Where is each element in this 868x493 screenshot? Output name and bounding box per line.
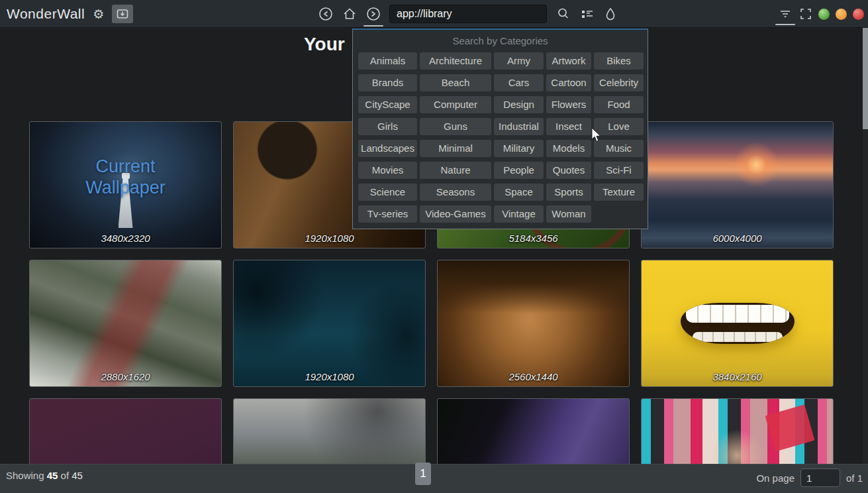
wallpaper-thumbnail[interactable]: 1920x1080 [233, 260, 426, 387]
category-button-people[interactable]: People [494, 162, 544, 179]
showing-count-text: Showing 45 of 45 [6, 470, 83, 481]
category-button-vintage[interactable]: Vintage [494, 205, 544, 223]
status-bar: Showing 45 of 45 1 On page of 1 [0, 464, 868, 493]
forward-icon [365, 6, 381, 22]
category-button-minimal[interactable]: Minimal [420, 140, 491, 157]
category-button-movies[interactable]: Movies [358, 162, 417, 179]
filter-button[interactable] [777, 7, 793, 21]
upper-teeth [686, 305, 789, 323]
wonderwall-window: WonderWall ⚙ [0, 0, 868, 493]
categories-button[interactable] [580, 7, 595, 21]
category-button-seasons[interactable]: Seasons [420, 184, 491, 201]
save-to-library-icon [117, 9, 128, 19]
category-button-food[interactable]: Food [594, 96, 644, 113]
category-button-artwork[interactable]: Artwork [546, 52, 591, 70]
water-drop-button[interactable] [604, 7, 617, 21]
category-button-animals[interactable]: Animals [358, 52, 417, 70]
maximize-window-button[interactable] [836, 9, 847, 20]
category-button-girls[interactable]: Girls [358, 118, 417, 135]
smile-graphic [681, 303, 795, 344]
search-button[interactable] [556, 7, 571, 21]
category-button-industrial[interactable]: Industrial [494, 118, 544, 135]
category-button-texture[interactable]: Texture [594, 184, 644, 201]
app-title: WonderWall [7, 6, 85, 22]
category-button-quotes[interactable]: Quotes [546, 162, 591, 179]
water-drop-icon [604, 7, 617, 21]
category-button-tvseries[interactable]: Tv-series [358, 205, 417, 223]
of-label: of [61, 470, 70, 481]
wallpaper-thumbnail[interactable]: 2560x1440 [437, 260, 630, 387]
category-button-cars[interactable]: Cars [494, 74, 544, 91]
resolution-label: 6000x4000 [642, 233, 833, 244]
library-button[interactable] [112, 5, 133, 23]
url-address-input[interactable] [389, 5, 547, 23]
category-button-guns[interactable]: Guns [420, 118, 491, 135]
resolution-label: 3840x2160 [642, 371, 833, 382]
category-button-beach[interactable]: Beach [420, 74, 491, 91]
top-bar: WonderWall ⚙ [0, 0, 868, 28]
forward-button[interactable] [365, 6, 381, 22]
page-1-button[interactable]: 1 [415, 463, 431, 485]
category-button-scifi[interactable]: Sci-Fi [594, 162, 644, 179]
wallpaper-thumbnail-current[interactable]: Current Wallpaper 3480x2320 [29, 121, 222, 248]
category-button-videogames[interactable]: Video-Games [420, 205, 491, 223]
topbar-right-group [777, 0, 864, 28]
scrollbar-thumb[interactable] [863, 28, 868, 129]
wallpaper-thumbnail[interactable]: 3840x2160 [641, 260, 834, 387]
category-button-nature[interactable]: Nature [420, 162, 491, 179]
category-button-military[interactable]: Military [494, 140, 544, 157]
category-list-icon [580, 7, 595, 21]
page-number-input[interactable] [800, 468, 840, 487]
current-wallpaper-label: Current Wallpaper [76, 156, 175, 199]
search-icon [556, 7, 571, 21]
close-window-button[interactable] [853, 9, 864, 20]
category-button-sports[interactable]: Sports [546, 184, 591, 201]
category-button-woman[interactable]: Woman [546, 205, 591, 223]
open-sign [765, 405, 814, 452]
category-button-bikes[interactable]: Bikes [594, 52, 644, 70]
category-button-celebrity[interactable]: Celebrity [594, 74, 644, 91]
lower-teeth [693, 332, 783, 342]
category-button-cartoon[interactable]: Cartoon [546, 74, 591, 91]
category-button-landscapes[interactable]: Landscapes [358, 140, 417, 157]
category-button-models[interactable]: Models [546, 140, 591, 157]
category-button-computer[interactable]: Computer [420, 96, 491, 113]
category-button-insect[interactable]: Insect [546, 118, 591, 135]
resolution-label: 2560x1440 [438, 371, 629, 382]
resolution-label: 1920x1080 [234, 371, 425, 382]
categories-panel-title: Search by Categories [358, 35, 642, 46]
showing-label: Showing [6, 470, 44, 481]
category-button-architecture[interactable]: Architecture [420, 52, 491, 70]
of-pages-label: of 1 [846, 472, 863, 484]
category-button-design[interactable]: Design [494, 96, 544, 113]
fullscreen-button[interactable] [799, 7, 812, 21]
back-button[interactable] [318, 6, 334, 22]
wallpaper-thumbnail[interactable]: 6000x4000 [641, 121, 834, 248]
back-icon [318, 6, 334, 22]
topbar-left-group: WonderWall ⚙ [7, 0, 133, 28]
category-button-army[interactable]: Army [494, 52, 544, 70]
main-content: Your Current Wallpaper 3480x2320 1920x10… [0, 28, 868, 493]
wallpaper-thumbnail[interactable]: 2880x1620 [29, 260, 222, 387]
category-button-cityscape[interactable]: CityScape [358, 96, 417, 113]
total-count: 45 [72, 470, 83, 481]
showing-count: 45 [47, 470, 58, 481]
category-button-space[interactable]: Space [494, 184, 544, 201]
home-button[interactable] [342, 6, 358, 22]
scrollbar-track[interactable] [863, 28, 868, 493]
topbar-center-group [318, 0, 617, 28]
home-icon [342, 6, 358, 22]
category-button-science[interactable]: Science [358, 184, 417, 201]
filter-icon [777, 7, 793, 21]
category-button-flowers[interactable]: Flowers [546, 96, 591, 113]
on-page-label: On page [756, 472, 795, 484]
mouse-cursor [591, 128, 602, 142]
settings-gear-icon[interactable]: ⚙ [93, 8, 104, 21]
search-by-categories-panel: Search by Categories Animals Architectur… [352, 28, 648, 229]
resolution-label: 2880x1620 [30, 371, 221, 382]
page-navigation: On page of 1 [756, 468, 863, 487]
fullscreen-icon [799, 7, 812, 21]
category-button-brands[interactable]: Brands [358, 74, 417, 91]
resolution-label: 5184x3456 [438, 233, 629, 244]
minimize-window-button[interactable] [818, 9, 830, 20]
